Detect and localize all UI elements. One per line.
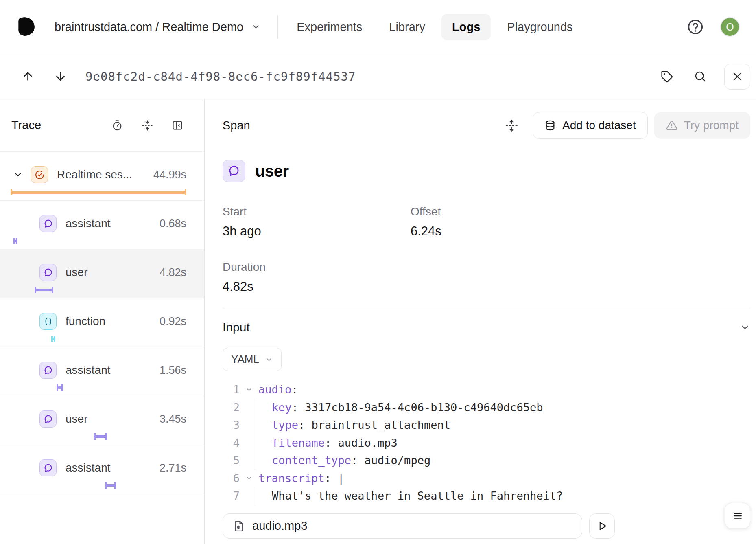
tag-button[interactable] — [658, 68, 675, 86]
speech-bubble-icon — [39, 215, 57, 232]
yaml-key: audio — [258, 383, 291, 396]
nav-link-library[interactable]: Library — [378, 14, 436, 40]
tag-icon — [660, 70, 673, 83]
section-divider — [223, 308, 750, 308]
chevron-down-icon[interactable] — [13, 170, 23, 180]
arrow-up-icon — [22, 70, 34, 83]
warning-triangle-icon — [666, 120, 677, 131]
yaml-value: : 3317cb18-9a54-4c06-b130-c49640dc65eb — [292, 401, 543, 414]
span-timeline-track — [0, 189, 204, 196]
line-number: 1 — [223, 383, 240, 396]
line-number: 6 — [223, 472, 240, 485]
fold-chevron-icon[interactable] — [240, 386, 258, 393]
code-line-5: 5content_type: audio/mpeg — [223, 452, 750, 469]
play-audio-button[interactable] — [589, 513, 615, 539]
unfold-vertical-icon — [505, 119, 518, 132]
fold-chevron-icon[interactable] — [240, 474, 258, 482]
code-text: type: braintrust_attachment — [258, 419, 450, 431]
timer-toggle-button[interactable] — [108, 116, 126, 134]
panel-menu-button[interactable] — [725, 503, 750, 529]
span-row-label: assistant2.71s — [0, 458, 186, 478]
collapse-spans-button[interactable] — [138, 116, 156, 134]
expand-sections-button[interactable] — [503, 116, 520, 134]
span-timeline-track — [0, 286, 204, 294]
code-text: audio: — [258, 383, 298, 396]
span-row-duration: 0.92s — [160, 315, 186, 328]
yaml-value: : | — [325, 472, 345, 485]
meta-label: Duration — [223, 261, 411, 274]
trace-panel-title: Trace — [11, 118, 41, 132]
trace-span-row-user[interactable]: user3.45s — [0, 396, 204, 445]
span-row-name: assistant — [66, 217, 111, 230]
trace-sidebar: Trace Realtime ses...44.99sassistant0.68… — [0, 99, 205, 544]
nav-link-playgrounds[interactable]: Playgrounds — [496, 14, 583, 40]
span-panel: Span Add to dataset Try prompt user — [205, 99, 756, 544]
trace-span-row-assistant[interactable]: assistant1.56s — [0, 347, 204, 396]
meta-value: 3h ago — [223, 224, 411, 239]
yaml-key: filename — [272, 437, 325, 449]
project-breadcrumb-label: braintrustdata.com / Realtime Demo — [55, 20, 243, 34]
trace-sidebar-header: Trace — [0, 99, 204, 152]
nav-link-experiments[interactable]: Experiments — [286, 14, 373, 40]
stopwatch-icon — [111, 120, 123, 131]
indent-guide — [255, 398, 255, 417]
code-line-7: 7What's the weather in Seattle in Fahren… — [223, 487, 750, 505]
avatar-letter: O — [726, 21, 734, 33]
span-timeline-bar — [51, 336, 55, 342]
collapse-input-button[interactable] — [740, 322, 750, 333]
add-to-dataset-label: Add to dataset — [562, 119, 636, 132]
nav-link-logs[interactable]: Logs — [441, 14, 491, 40]
line-number: 3 — [223, 419, 240, 431]
nav-divider — [277, 15, 278, 39]
span-row-name: assistant — [66, 364, 111, 377]
next-trace-button[interactable] — [51, 68, 69, 86]
span-row-duration: 2.71s — [160, 462, 186, 474]
code-line-6: 6transcript: | — [223, 469, 750, 487]
avatar[interactable]: O — [720, 17, 740, 37]
code-line-3: 3type: braintrust_attachment — [223, 416, 750, 434]
fold-vertical-icon — [142, 120, 153, 131]
format-selector[interactable]: YAML — [223, 348, 282, 371]
trace-span-row-function[interactable]: function0.92s — [0, 298, 204, 347]
try-prompt-label: Try prompt — [684, 119, 739, 132]
trace-span-row-user[interactable]: user4.82s — [0, 250, 204, 298]
code-text: transcript: | — [258, 472, 344, 485]
previous-trace-button[interactable] — [19, 68, 37, 86]
project-breadcrumb[interactable]: braintrustdata.com / Realtime Demo — [55, 20, 260, 34]
span-row-duration: 3.45s — [160, 413, 186, 426]
speech-bubble-icon — [39, 459, 57, 476]
trace-toolbar: 9e08fc2d-c84d-4f98-8ec6-fc9f89f44537 — [0, 54, 756, 99]
yaml-value: : braintrust_attachment — [298, 419, 450, 431]
span-row-duration: 0.68s — [160, 217, 186, 230]
trace-span-row-realtimeses[interactable]: Realtime ses...44.99s — [0, 152, 204, 201]
meta-item-offset: Offset6.24s — [411, 205, 750, 239]
trace-tree: Realtime ses...44.99sassistant0.68suser4… — [0, 152, 204, 494]
function-icon — [39, 313, 57, 330]
yaml-value: What's the weather in Seattle in Fahrenh… — [272, 489, 563, 502]
trace-span-row-assistant[interactable]: assistant0.68s — [0, 201, 204, 250]
code-text: key: 3317cb18-9a54-4c06-b130-c49640dc65e… — [258, 401, 543, 414]
chevron-down-icon — [251, 22, 260, 31]
code-text: What's the weather in Seattle in Fahrenh… — [258, 489, 563, 502]
trace-span-row-assistant[interactable]: assistant2.71s — [0, 445, 204, 494]
speech-bubble-icon — [39, 410, 57, 428]
yaml-key: transcript — [258, 472, 325, 485]
span-panel-header: Span Add to dataset Try prompt — [223, 99, 750, 152]
meta-label: Start — [223, 205, 411, 218]
add-to-dataset-button[interactable]: Add to dataset — [533, 112, 648, 139]
span-row-label: function0.92s — [0, 311, 186, 331]
code-text: content_type: audio/mpeg — [258, 454, 430, 467]
input-code-viewer[interactable]: 1audio:2key: 3317cb18-9a54-4c06-b130-c49… — [223, 381, 750, 505]
meta-item-duration: Duration4.82s — [223, 261, 411, 294]
database-icon — [544, 120, 556, 131]
toggle-panel-button[interactable] — [168, 116, 186, 134]
span-row-label: Realtime ses...44.99s — [0, 165, 186, 184]
help-icon[interactable] — [687, 18, 704, 35]
search-button[interactable] — [691, 68, 709, 86]
speech-bubble-icon — [39, 362, 57, 379]
try-prompt-button[interactable]: Try prompt — [654, 112, 750, 139]
span-row-duration: 44.99s — [153, 169, 186, 181]
audio-attachment[interactable]: audio.mp3 — [223, 513, 582, 539]
close-trace-button[interactable] — [724, 64, 750, 90]
yaml-key: content_type — [272, 454, 351, 467]
